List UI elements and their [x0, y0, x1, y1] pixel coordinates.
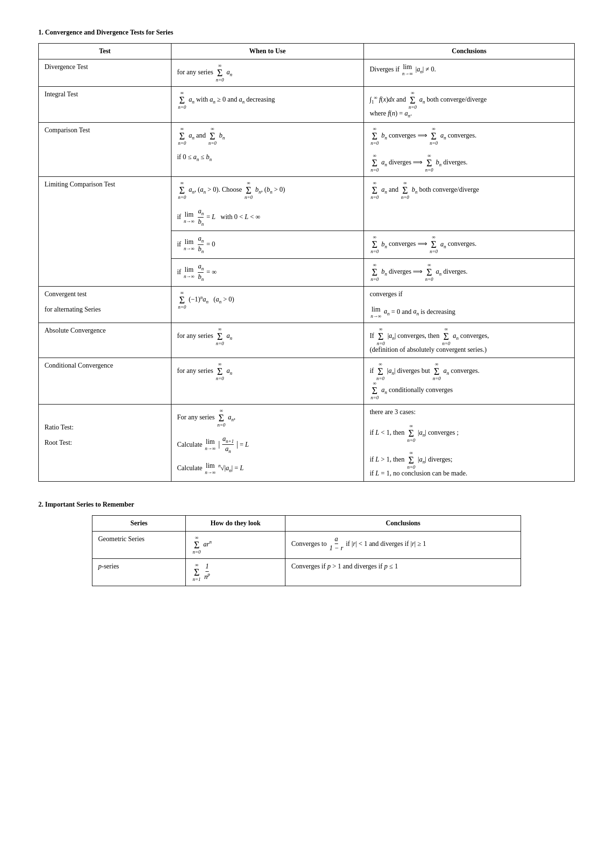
col-conclusions: Conclusions: [363, 44, 574, 59]
sum-symbol: ∞ Σ n=0: [401, 181, 409, 200]
sum-symbol: ∞ Σ n=0: [178, 127, 186, 146]
table-row: Limiting Comparison Test ∞ Σ n=0 an, (an…: [39, 176, 575, 231]
fraction: an bn: [198, 208, 204, 227]
sum-symbol: ∞ Σ n=0: [178, 181, 186, 200]
table-row: Ratio Test: Root Test: For any series ∞ …: [39, 404, 575, 481]
test-name: Absolute Convergence: [39, 323, 171, 358]
sum-symbol: ∞ Σ n=0: [442, 327, 450, 346]
lim-expr: lim n→∞: [184, 238, 194, 251]
fraction: an bn: [198, 235, 204, 255]
sum-symbol: ∞ Σ n=0: [178, 290, 186, 310]
convergence-table: Test When to Use Conclusions Divergence …: [38, 43, 575, 482]
table-row: Comparison Test ∞ Σ n=0 an and ∞ Σ n=0 b…: [39, 122, 575, 176]
table-row: Absolute Convergence for any series ∞ Σ …: [39, 323, 575, 358]
test-name: Divergence Test: [39, 59, 171, 87]
conclusion: there are 3 cases: if L < 1, then ∞ Σ n=…: [363, 404, 574, 481]
lim-expr: lim n→∞: [205, 438, 216, 451]
sum-symbol: ∞ Σ n=0: [193, 535, 201, 555]
when-to-use: if lim n→∞ an bn = ∞: [171, 258, 363, 286]
fraction: an+1 an: [222, 435, 234, 455]
sum-symbol: ∞ Σ n=0: [407, 424, 415, 443]
table-row: Geometric Series ∞ Σ n=0 arn Converges t…: [92, 531, 521, 558]
sum-symbol: ∞ Σ n=0: [216, 63, 224, 82]
sum-symbol: ∞ Σ n=0: [371, 235, 379, 254]
when-to-use: for any series ∞ Σ n=0 an: [171, 59, 363, 87]
sum-symbol: ∞ Σ n=0: [371, 153, 379, 173]
section1-title: 1. Convergence and Divergence Tests for …: [38, 29, 575, 36]
important-series-table: Series How do they look Conclusions Geom…: [92, 515, 521, 586]
series-name: p-series: [92, 558, 186, 586]
sum-symbol: ∞ Σ n=0: [430, 235, 438, 254]
series-name: Geometric Series: [92, 531, 186, 558]
table-row: p-series ∞ Σ n=1 1 np Converges if p > 1…: [92, 558, 521, 586]
sum-symbol: ∞ Σ n=0: [178, 91, 186, 110]
when-to-use: if lim n→∞ an bn = 0: [171, 231, 363, 259]
when-to-use: ∞ Σ n=0 an and ∞ Σ n=0 bn if 0 ≤ an ≤ bn: [171, 122, 363, 176]
sum-symbol: ∞ Σ n=0: [425, 263, 433, 282]
sum-symbol: ∞ Σ n=0: [371, 181, 379, 200]
conclusion: if ∞ Σ n=0 |an| diverges but ∞ Σ n=0 an …: [363, 358, 574, 404]
sum-symbol: ∞ Σ n=0: [377, 327, 385, 346]
test-name: Convergent test for alternating Series: [39, 286, 171, 323]
test-name: Comparison Test: [39, 122, 171, 176]
sum-symbol: ∞ Σ n=0: [217, 408, 226, 428]
table-row: Divergence Test for any series ∞ Σ n=0 a…: [39, 59, 575, 87]
fraction: an bn: [198, 263, 204, 282]
test-name: Limiting Comparison Test: [39, 176, 171, 286]
conclusion: ∞ Σ n=0 bn diverges ⟹ ∞ Σ n=0 an diverge…: [363, 258, 574, 286]
when-to-use: for any series ∞ Σ n=0 an: [171, 358, 363, 404]
sum-symbol: ∞ Σ n=0: [371, 263, 379, 282]
lim-expr: lim n→∞: [184, 211, 194, 224]
col-conclusions: Conclusions: [285, 515, 521, 531]
lim-expr: lim n→∞: [402, 63, 413, 76]
sum-symbol: ∞ Σ n=0: [216, 327, 224, 346]
table-row: Integral Test ∞ Σ n=0 an with an ≥ 0 and…: [39, 87, 575, 123]
series-look: ∞ Σ n=1 1 np: [186, 558, 285, 586]
when-to-use: ∞ Σ n=0 an with an ≥ 0 and an decreasing: [171, 87, 363, 123]
when-to-use: ∞ Σ n=0 (−1)nan (an > 0): [171, 286, 363, 323]
col-when: When to Use: [171, 44, 363, 59]
sum-symbol: ∞ Σ n=0: [245, 181, 253, 200]
test-name: Integral Test: [39, 87, 171, 123]
sum-symbol: ∞ Σ n=0: [407, 451, 415, 470]
sum-symbol: ∞ Σ n=1: [193, 563, 201, 582]
conclusion: If ∞ Σ n=0 |an| converges, then ∞ Σ n=0 …: [363, 323, 574, 358]
series-look: ∞ Σ n=0 arn: [186, 531, 285, 558]
conclusion: converges if lim n→∞ an = 0 and an is de…: [363, 286, 574, 323]
when-to-use: for any series ∞ Σ n=0 an: [171, 323, 363, 358]
test-name: Conditional Convergence: [39, 358, 171, 404]
col-look: How do they look: [186, 515, 285, 531]
lim-expr: lim n→∞: [371, 306, 381, 319]
series-conclusion: Converges if p > 1 and diverges if p ≤ 1: [285, 558, 521, 586]
conclusion: ∞ Σ n=0 an and ∞ Σ n=0 bn both converge/…: [363, 176, 574, 231]
fraction: a 1 − r: [329, 535, 343, 553]
series-conclusion: Converges to a 1 − r if |r| < 1 and dive…: [285, 531, 521, 558]
conclusion: ∫1∞ f(x)dx and ∞ Σ n=0 an both converge/…: [363, 87, 574, 123]
sum-symbol: ∞ Σ n=0: [371, 381, 379, 400]
sum-symbol: ∞ Σ n=0: [430, 127, 438, 146]
table-row: Conditional Convergence for any series ∞…: [39, 358, 575, 404]
fraction: 1 np: [204, 563, 210, 581]
conclusion: ∞ Σ n=0 bn converges ⟹ ∞ Σ n=0 an conver…: [363, 122, 574, 176]
sum-symbol: ∞ Σ n=0: [425, 153, 433, 173]
sum-symbol: ∞ Σ n=0: [216, 362, 224, 381]
sum-symbol: ∞ Σ n=0: [376, 362, 385, 381]
lim-expr: lim n→∞: [184, 266, 194, 279]
when-to-use: ∞ Σ n=0 an, (an > 0). Choose ∞ Σ n=0 bn,…: [171, 176, 363, 231]
when-to-use: For any series ∞ Σ n=0 an, Calculate lim…: [171, 404, 363, 481]
sum-symbol: ∞ Σ n=0: [409, 91, 417, 110]
test-name: Ratio Test: Root Test:: [39, 404, 171, 481]
table-row: Convergent test for alternating Series ∞…: [39, 286, 575, 323]
sum-symbol: ∞ Σ n=0: [432, 362, 441, 381]
sum-symbol: ∞ Σ n=0: [371, 127, 379, 146]
conclusion: ∞ Σ n=0 bn converges ⟹ ∞ Σ n=0 an conver…: [363, 231, 574, 259]
conclusion: Diverges if lim n→∞ |an| ≠ 0.: [363, 59, 574, 87]
col-test: Test: [39, 44, 171, 59]
section2-title: 2. Important Series to Remember: [38, 501, 575, 509]
col-series: Series: [92, 515, 186, 531]
sum-symbol: ∞ Σ n=0: [208, 127, 216, 146]
lim-expr: lim n→∞: [205, 462, 216, 475]
